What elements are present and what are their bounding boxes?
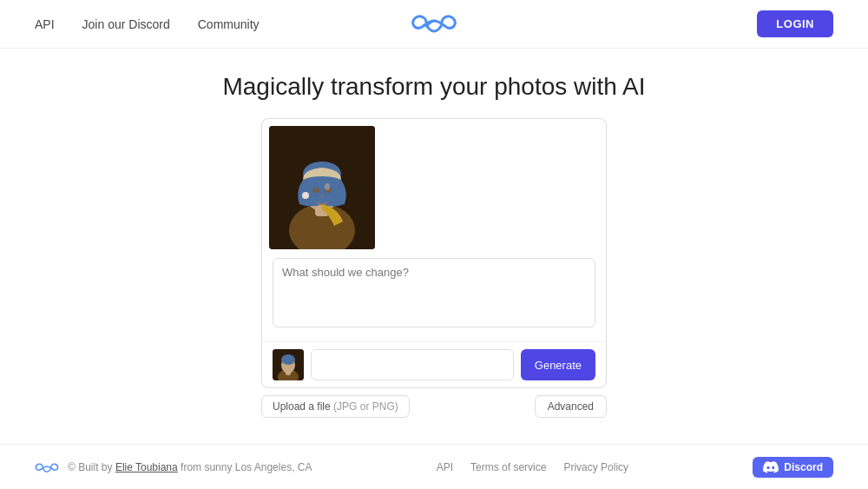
prompt-text-input[interactable] [311,349,514,380]
footer-privacy-link[interactable]: Privacy Policy [563,461,628,473]
footer-copy: © Built by Elie Toubiana from sunny Los … [68,461,312,473]
nav-discord[interactable]: Join our Discord [82,17,170,31]
footer-api-link[interactable]: API [437,461,453,473]
thumbnail-preview [273,349,304,380]
bottom-bar: Generate [262,341,606,387]
logo[interactable] [411,9,457,40]
discord-badge[interactable]: Discord [753,457,833,478]
footer-right: Discord [753,457,833,478]
main-nav: API Join our Discord Community [35,17,260,31]
prompt-area [262,258,606,341]
discord-label: Discord [784,461,823,473]
svg-point-8 [325,183,330,190]
tools-row: Upload a file (JPG or PNG) Advanced [261,395,607,418]
main-painting [269,126,375,249]
upload-hint: (JPG or PNG) [333,400,398,413]
nav-api[interactable]: API [35,17,55,31]
nav-community[interactable]: Community [198,17,260,31]
svg-point-6 [312,188,319,193]
footer-tos-link[interactable]: Terms of service [470,461,546,473]
upload-button[interactable]: Upload a file (JPG or PNG) [261,395,410,418]
prompt-textarea[interactable] [273,258,595,327]
hero-title: Magically transform your photos with AI [222,73,645,101]
footer-logo [35,459,59,475]
header: API Join our Discord Community LOGIN [0,0,868,49]
card-image-area [262,119,606,258]
discord-icon [763,461,779,473]
upload-label: Upload a file [273,400,331,413]
advanced-button[interactable]: Advanced [535,395,607,418]
footer: © Built by Elie Toubiana from sunny Los … [0,444,868,489]
svg-point-5 [302,192,309,199]
transform-card: Generate [261,118,607,388]
footer-left: © Built by Elie Toubiana from sunny Los … [35,459,312,475]
generate-button[interactable]: Generate [521,349,595,380]
footer-author-link[interactable]: Elie Toubiana [115,461,178,473]
login-button[interactable]: LOGIN [757,10,833,37]
svg-point-13 [281,354,295,365]
footer-center: API Terms of service Privacy Policy [437,461,628,473]
main-content: Magically transform your photos with AI [0,49,868,444]
